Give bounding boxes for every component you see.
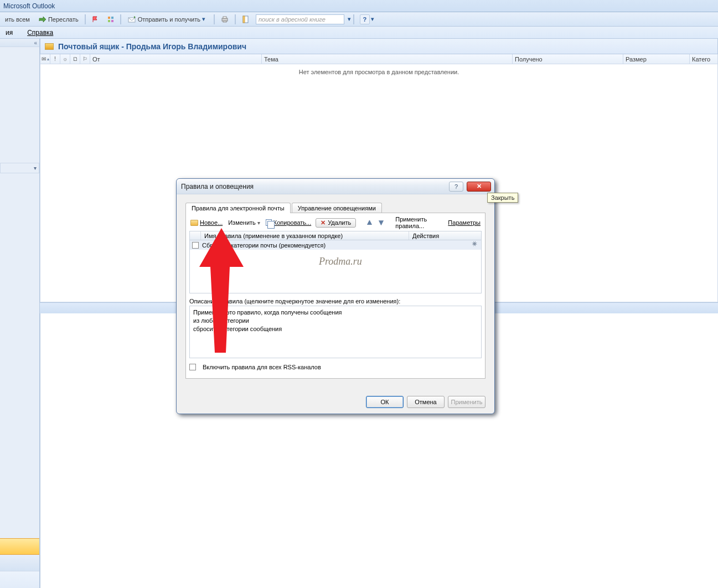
desc-line: из любой категории [193, 317, 478, 325]
toolbar-separator [353, 14, 354, 24]
col-rule-actions[interactable]: Действия [409, 231, 481, 240]
svg-rect-1 [111, 17, 113, 19]
svg-rect-3 [111, 20, 113, 22]
rule-row[interactable]: Сбросить категории почты (рекомендуется) [190, 240, 481, 250]
rule-description-box[interactable]: Применить это правило, когда получены со… [189, 306, 482, 358]
svg-rect-9 [243, 16, 245, 23]
rule-description-label: Описание правила (щелкните подчеркнутое … [189, 298, 482, 305]
attachment-icon: 🗋 [73, 56, 78, 62]
help-button[interactable]: ? [360, 14, 370, 24]
flag-icon [92, 16, 99, 23]
delete-rule-button[interactable]: ✕Удалить [316, 218, 356, 228]
print-icon [221, 16, 229, 23]
menu-actions[interactable]: ия [2, 28, 16, 37]
rule-action-icon [471, 241, 479, 249]
col-subject[interactable]: Тема [262, 54, 513, 64]
copy-rule-button[interactable]: Копировать... [265, 219, 312, 226]
search-placeholder: поиск в адресной книге [259, 16, 326, 23]
move-down-button[interactable]: ⯆ [377, 219, 385, 226]
col-received[interactable]: Получено [513, 54, 623, 64]
mailbox-header: Почтовый ящик - Продьма Игорь Владимиров… [40, 39, 718, 54]
print-icon-button[interactable] [217, 14, 233, 24]
nav-mail-button[interactable] [0, 538, 39, 555]
tab-email-rules[interactable]: Правила для электронной почты [185, 203, 291, 213]
nav-more-buttons[interactable] [0, 571, 39, 588]
rss-option-row: Включить правила для всех RSS-каналов [189, 364, 482, 370]
move-up-button[interactable]: ⯅ [365, 219, 374, 226]
col-attachment[interactable]: 🗋 [70, 54, 80, 64]
dialog-tabs: Правила для электронной почты Управление… [185, 200, 485, 213]
toolbar-separator [85, 14, 86, 24]
categorize-icon-button[interactable] [104, 15, 118, 24]
svg-rect-2 [108, 20, 110, 22]
main-toolbar: ить всем Переслать Отправить и получить … [0, 12, 718, 27]
rule-checkbox[interactable] [192, 242, 199, 249]
cancel-button[interactable]: Отмена [407, 396, 445, 408]
nav-pane: « ▾ [0, 39, 40, 588]
paperclip-icon: ⚐ [82, 56, 87, 62]
new-rule-button[interactable]: Новое... [189, 219, 224, 226]
reminder-icon: ! [54, 56, 56, 62]
desc-line: Применить это правило, когда получены со… [193, 308, 478, 317]
dropdown-arrow-icon: ▾ [257, 220, 260, 226]
dialog-title-bar[interactable]: Правила и оповещения ? ✕ [177, 179, 494, 194]
address-book-button[interactable] [238, 14, 254, 24]
empty-list-text: Нет элементов для просмотра в данном пре… [299, 69, 459, 75]
address-search-input[interactable]: поиск в адресной книге [256, 14, 344, 24]
ok-button[interactable]: ОК [366, 396, 404, 408]
bell-icon: ☼ [63, 56, 68, 62]
dropdown-arrow-icon: ▾ [202, 16, 208, 23]
col-flag[interactable]: ⚐ [80, 54, 90, 64]
nav-folders-dropdown[interactable]: ▾ [0, 163, 39, 173]
dialog-help-button[interactable]: ? [449, 182, 463, 192]
svg-rect-7 [223, 21, 226, 22]
dialog-close-button[interactable]: ✕ [467, 182, 491, 192]
col-from[interactable]: От [90, 54, 262, 64]
menu-help[interactable]: Справка [24, 28, 56, 37]
apply-rules-button[interactable]: Применить правила... [394, 215, 443, 230]
svg-rect-5 [222, 18, 228, 21]
nav-collapse-button[interactable]: « [0, 39, 39, 47]
mailbox-title: Почтовый ящик - Продьма Игорь Владимиров… [58, 42, 246, 51]
send-receive-button[interactable]: Отправить и получить ▾ [123, 14, 211, 24]
importance-icon: ✉ [42, 56, 46, 62]
mailbox-icon [45, 43, 54, 50]
desc-line: сбросить категории сообщения [193, 325, 478, 333]
rule-options-button[interactable]: Параметры [447, 219, 482, 226]
nav-folder-list[interactable] [0, 47, 39, 163]
send-receive-icon [127, 16, 136, 23]
col-reminder[interactable]: ! [50, 54, 60, 64]
app-title-bar: Microsoft Outlook [0, 0, 718, 12]
toolbar-separator [120, 14, 121, 24]
menu-bar: ия Справка [0, 27, 718, 39]
x-icon: ✕ [321, 219, 326, 226]
rules-toolbar: Новое... Изменить ▾ Копировать... ✕Удали… [189, 216, 482, 229]
forward-icon [39, 16, 47, 23]
rules-panel: Новое... Изменить ▾ Копировать... ✕Удали… [185, 213, 485, 379]
app-title: Microsoft Outlook [3, 2, 55, 10]
col-category[interactable]: Катего [690, 54, 717, 64]
new-rule-icon [190, 220, 198, 226]
col-rule-name[interactable]: Имя правила (применение в указанном поря… [201, 231, 409, 240]
col-size[interactable]: Размер [623, 54, 690, 64]
col-importance[interactable]: ✉▴ [40, 54, 50, 64]
tab-manage-alerts[interactable]: Управление оповещениями [292, 203, 382, 213]
col-icon[interactable]: ☼ [60, 54, 70, 64]
edit-rule-button[interactable]: Изменить ▾ [227, 219, 261, 226]
copy-icon [266, 219, 272, 226]
reply-all-button[interactable]: ить всем [1, 15, 34, 24]
col-check[interactable] [190, 231, 201, 240]
dialog-footer: ОК Отмена Применить [366, 396, 485, 408]
rules-grid-body[interactable]: Сбросить категории почты (рекомендуется) [189, 240, 482, 293]
toolbar-separator [214, 14, 215, 24]
help-dropdown-icon[interactable]: ▾ [371, 16, 376, 23]
rss-checkbox[interactable] [189, 364, 196, 370]
close-tooltip: Закрыть [487, 193, 518, 203]
toolbar-separator [235, 14, 236, 24]
forward-button[interactable]: Переслать [35, 15, 82, 24]
apply-button[interactable]: Применить [448, 396, 485, 408]
flag-icon-button[interactable] [88, 15, 102, 24]
search-dropdown-icon[interactable]: ▾ [345, 16, 351, 23]
categorize-icon [107, 16, 114, 23]
nav-calendar-button[interactable] [0, 555, 39, 571]
